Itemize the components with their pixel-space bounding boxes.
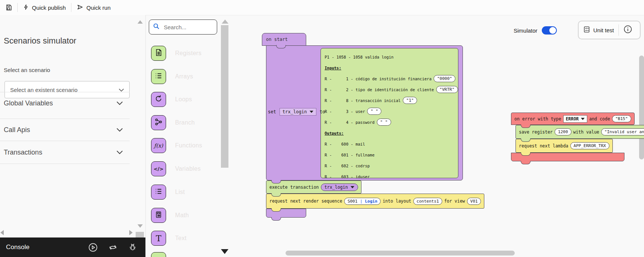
input-value-field[interactable]: "0000" [434, 75, 455, 82]
send-icon [77, 4, 83, 12]
lambda-field[interactable]: APP_ERROR_TRX [570, 142, 609, 149]
execute-variable-dropdown[interactable]: trx_login [321, 183, 358, 191]
category-label: Arrays [175, 73, 193, 80]
code-icon: </> [154, 166, 164, 172]
quick-publish-label: Quick publish [32, 5, 66, 11]
input-value-field[interactable]: "VRTR" [436, 86, 458, 93]
sidebar-section-call-apis[interactable]: Call Apis [0, 119, 130, 141]
view-keyword: for view [444, 198, 465, 204]
quick-publish-button[interactable]: Quick publish [18, 4, 71, 12]
scroll-up-arrow[interactable] [138, 20, 143, 24]
calculator-icon-button[interactable] [151, 208, 166, 223]
error-type-value: ERROR [566, 116, 579, 122]
branch-icon-button[interactable] [151, 115, 166, 130]
list-icon [154, 72, 163, 81]
error-type-dropdown[interactable]: ERROR [563, 115, 588, 123]
bug-icon[interactable] [128, 243, 137, 252]
search-input[interactable] [163, 24, 206, 31]
run-console-icon[interactable] [88, 243, 98, 252]
input-value-field[interactable]: " " [367, 108, 381, 115]
dropdown-arrow-icon [310, 111, 313, 113]
unit-test-panel: Unit test [578, 21, 641, 39]
set-variable-dropdown[interactable]: trx_login [280, 108, 316, 116]
simulator-label: Simulator [514, 27, 537, 34]
registers-category-button[interactable] [151, 46, 166, 61]
arrays-category-button[interactable] [151, 69, 166, 84]
toolbox-search[interactable] [149, 20, 217, 35]
simulator-toggle-group: Simulator [514, 26, 557, 35]
inputs-header: Inputs: [325, 62, 454, 73]
sidebar-section-transactions[interactable]: Transactions [0, 141, 130, 164]
layout-keyword: into layout [382, 198, 411, 204]
output-row: R - 601 - fullname [325, 149, 454, 160]
loop-icon-button[interactable] [151, 92, 166, 107]
divider [618, 24, 619, 36]
vertical-scrollbar-thumb[interactable] [639, 56, 644, 159]
dropdown-arrow-icon [351, 186, 354, 188]
save-register-block[interactable]: save register 1200 with value "Invalid u… [516, 125, 644, 139]
block-notch [521, 138, 531, 142]
list-icon-button[interactable] [151, 185, 166, 200]
transaction-card-block[interactable]: P1 - 1058 - 1058 valida login Inputs: R … [320, 48, 458, 178]
execute-transaction-block[interactable]: execute transaction trx_login [266, 180, 361, 194]
toolbox-category-functions: ƒ(x) Functions [151, 138, 202, 153]
scroll-down-chevron-icon[interactable] [221, 249, 228, 254]
block-notch [521, 152, 531, 156]
on-start-label: on start [266, 37, 288, 42]
render-sequence-block[interactable]: request next render sequence S001 | Logi… [266, 194, 484, 209]
sequence-field[interactable]: S001 | Login [344, 198, 381, 205]
repeat-icon[interactable] [108, 243, 118, 252]
scroll-up-arrow[interactable] [222, 20, 228, 24]
category-label: Text [175, 235, 187, 242]
category-label: Branch [175, 119, 195, 126]
category-label: Loops [175, 96, 192, 103]
scroll-right-arrow[interactable] [129, 230, 133, 235]
text-icon-button[interactable]: T [151, 231, 166, 246]
category-label: Variables [175, 165, 201, 172]
sequence-code: S001 [348, 199, 358, 204]
sequence-divider: | [360, 199, 363, 204]
input-row: R - 8 - transacción inicial"1" [325, 95, 454, 106]
sidebar-section-global-variables[interactable]: Global Variables [0, 92, 130, 114]
request-lambda-block[interactable]: request next lambda APP_ERROR_TRX [516, 139, 613, 153]
console-bar[interactable]: Console [0, 237, 145, 257]
toolbox-scrollbar-thumb[interactable] [221, 25, 228, 168]
on-start-block[interactable]: on start [262, 33, 306, 46]
error-code-field[interactable]: "B15" [612, 115, 631, 122]
layout-field[interactable]: contents1 [413, 198, 443, 205]
info-button[interactable] [623, 25, 632, 35]
function-icon-button[interactable]: ƒ(x) [151, 138, 166, 153]
page-title: Scenarios simulator [4, 36, 76, 46]
horizontal-scrollbar-thumb[interactable] [286, 251, 515, 255]
code-icon-button[interactable]: </> [151, 161, 166, 176]
view-field[interactable]: V01 [467, 198, 481, 205]
block-notch [271, 217, 281, 221]
partial-category-button[interactable] [151, 252, 166, 257]
on-error-block[interactable]: on error with type ERROR and code "B15" [511, 113, 635, 125]
scroll-down-arrow[interactable] [138, 224, 143, 228]
value-keyword: with value [573, 129, 599, 135]
scroll-left-arrow[interactable] [0, 230, 4, 235]
unit-test-label: Unit test [593, 27, 614, 33]
console-title: Console [6, 243, 29, 251]
input-value-field[interactable]: "1" [403, 97, 417, 104]
checklist-icon [583, 26, 590, 34]
function-icon: ƒ(x) [154, 143, 163, 149]
block-notch [271, 208, 281, 212]
input-value-field[interactable]: " " [377, 119, 391, 126]
scenario-select-label: Select an scenario [4, 67, 50, 73]
register-field[interactable]: 1200 [555, 128, 571, 135]
toolbox-category-variables: </> Variables [151, 161, 201, 176]
to-keyword: to [320, 109, 325, 114]
toolbox-category-list: List [151, 185, 185, 200]
toolbox-category-text: T Text [151, 231, 187, 246]
unit-test-button[interactable]: Unit test [583, 26, 614, 34]
save-button[interactable] [0, 4, 17, 11]
quick-run-button[interactable]: Quick run [71, 4, 116, 12]
card-title: P1 - 1058 - 1058 valida login [325, 51, 454, 62]
simulator-toggle[interactable] [542, 26, 557, 35]
code-keyword: and code [589, 116, 610, 122]
outputs-header: Outputs: [325, 128, 454, 138]
text-icon: T [156, 234, 162, 243]
register-value-field[interactable]: "Invalid user and [601, 128, 644, 135]
